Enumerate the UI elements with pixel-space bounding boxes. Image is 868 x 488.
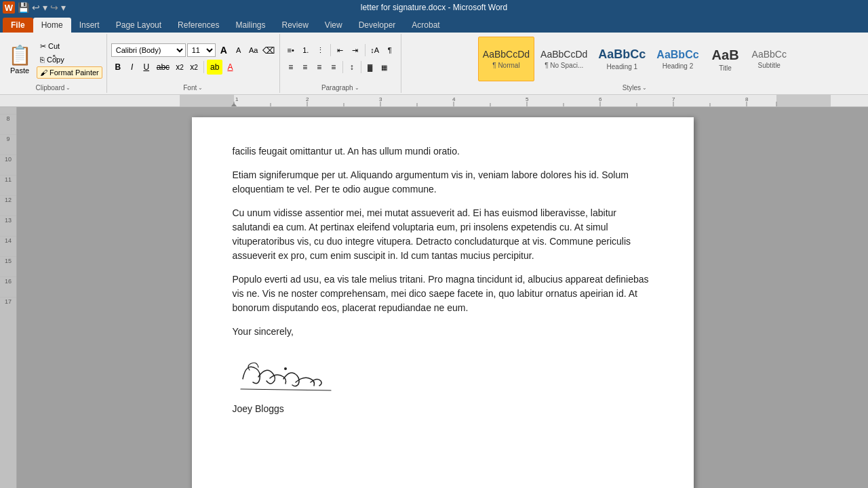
justify-button[interactable]: ≡ (327, 60, 340, 75)
svg-rect-1 (180, 95, 234, 107)
tab-developer[interactable]: Developer (351, 18, 404, 33)
paragraph-controls: ≡• 1. ⋮ ⇤ ⇥ ↕A ¶ ≡ ≡ ≡ ≡ ↕ ▓ ▦ (284, 35, 397, 83)
style-normal-preview: AaBbCcDd (483, 49, 530, 60)
redo-icon[interactable]: ↪ (50, 2, 58, 13)
tab-mailings[interactable]: Mailings (227, 18, 273, 33)
numbering-button[interactable]: 1. (299, 43, 313, 57)
font-color-button[interactable]: A (223, 60, 237, 75)
tab-home[interactable]: Home (33, 18, 71, 33)
change-case-button[interactable]: Aa (247, 43, 260, 57)
paragraph-5[interactable]: Your sincerely, (233, 325, 653, 339)
multilevel-button[interactable]: ⋮ (314, 43, 328, 57)
line-spacing-button[interactable]: ↕ (345, 60, 359, 75)
style-nospace-label: ¶ No Spaci... (545, 62, 583, 69)
ruler: // rendered via inline SVG text below 1 … (0, 95, 868, 107)
shading-button[interactable]: ▓ (363, 60, 377, 75)
style-title[interactable]: AaB Title (705, 37, 746, 81)
svg-point-29 (284, 367, 287, 370)
copy-label: Copy (47, 56, 64, 64)
tab-view[interactable]: View (317, 18, 351, 33)
font-expand-icon[interactable]: ⌄ (198, 85, 203, 91)
tab-file[interactable]: File (3, 18, 33, 33)
tab-review[interactable]: Review (273, 18, 316, 33)
ruler-svg: // rendered via inline SVG text below 1 … (180, 95, 831, 107)
svg-text:6: 6 (599, 96, 602, 102)
sort-button[interactable]: ↕A (368, 43, 382, 57)
cut-label: Cut (48, 42, 60, 50)
sep4 (361, 61, 361, 73)
font-group: Calibri (Body) 11 A A Aa ⌫ B I U abc x2 … (107, 34, 280, 93)
tab-acrobat[interactable]: Acrobat (403, 18, 448, 33)
font-grow-button[interactable]: A (217, 43, 231, 57)
highlight-button[interactable]: ab (207, 60, 222, 75)
svg-text:5: 5 (526, 96, 529, 102)
styles-expand-icon[interactable]: ⌄ (642, 85, 647, 91)
styles-content: AaBbCcDd ¶ Normal AaBbCcDd ¶ No Spaci...… (478, 35, 791, 83)
increase-indent-button[interactable]: ⇥ (349, 43, 362, 57)
signer-name: Joey Bloggs (233, 402, 653, 416)
undo-dropdown-icon[interactable]: ▾ (43, 2, 47, 13)
copy-button[interactable]: ⎘ Copy ↖ (37, 54, 102, 66)
customize-icon[interactable]: ▾ (61, 2, 66, 13)
font-shrink-button[interactable]: A (232, 43, 245, 57)
paragraph-label: Paragraph ⌄ (321, 84, 359, 92)
paste-icon: 📋 (8, 44, 32, 66)
paste-button[interactable]: 📋 Paste (4, 38, 35, 80)
paragraph-1[interactable]: facilis feugait omittantur ut. An has ul… (233, 144, 653, 159)
decrease-indent-button[interactable]: ⇤ (334, 43, 347, 57)
superscript-button[interactable]: x2 (187, 60, 201, 75)
clipboard-expand-icon[interactable]: ⌄ (66, 85, 71, 91)
svg-text:7: 7 (672, 96, 675, 102)
font-top-row: Calibri (Body) 11 A A Aa ⌫ (111, 43, 275, 57)
format-painter-button[interactable]: 🖌 Format Painter (37, 66, 102, 79)
tab-references[interactable]: References (170, 18, 227, 33)
style-subtitle[interactable]: AaBbCc Subtitle (747, 37, 791, 81)
align-left-button[interactable]: ≡ (284, 60, 298, 75)
underline-button[interactable]: U (140, 60, 153, 75)
paragraph-3[interactable]: Cu unum vidisse assentior mei, mei mutat… (233, 206, 653, 263)
tab-insert[interactable]: Insert (71, 18, 108, 33)
paragraph-expand-icon[interactable]: ⌄ (355, 85, 359, 91)
style-heading2[interactable]: AaBbCc Heading 2 (652, 37, 703, 81)
italic-button[interactable]: I (125, 60, 139, 75)
ruler-num-14: 14 (0, 236, 16, 256)
paragraph-top-row: ≡• 1. ⋮ ⇤ ⇥ ↕A ¶ (284, 43, 397, 57)
paragraph-4[interactable]: Populo everti ad usu, ea vis tale melius… (233, 272, 653, 315)
cut-button[interactable]: ✂ Cut (37, 40, 102, 53)
paragraph-2[interactable]: Etiam signiferumque per ut. Aliquando ar… (233, 168, 653, 197)
font-name-selector[interactable]: Calibri (Body) (111, 43, 186, 57)
bold-button[interactable]: B (111, 60, 125, 75)
ruler-num-9: 9 (0, 134, 16, 155)
align-right-button[interactable]: ≡ (313, 60, 326, 75)
align-center-button[interactable]: ≡ (298, 60, 312, 75)
ruler-num-13: 13 (0, 216, 16, 236)
clear-formatting-button[interactable]: ⌫ (262, 43, 275, 57)
style-title-preview: AaB (712, 47, 739, 63)
borders-button[interactable]: ▦ (378, 60, 391, 75)
separator (203, 61, 204, 73)
document[interactable]: facilis feugait omittantur ut. An has ul… (192, 117, 694, 488)
svg-text:1: 1 (235, 96, 239, 102)
ruler-num-10: 10 (0, 155, 16, 175)
ruler-num-11: 11 (0, 175, 16, 195)
svg-line-28 (241, 389, 331, 390)
ruler-num-12: 12 (0, 195, 16, 216)
style-normal-label: ¶ Normal (492, 62, 519, 69)
undo-icon[interactable]: ↩ (32, 2, 40, 13)
font-size-selector[interactable]: 11 (187, 43, 216, 57)
bullets-button[interactable]: ≡• (284, 43, 298, 57)
style-no-space[interactable]: AaBbCcDd ¶ No Spaci... (536, 37, 592, 81)
main-area: 8 9 10 11 12 13 14 15 16 17 facilis feug… (0, 107, 868, 488)
style-normal[interactable]: AaBbCcDd ¶ Normal (478, 37, 534, 81)
svg-text:4: 4 (452, 96, 456, 102)
subscript-button[interactable]: x2 (173, 60, 186, 75)
font-format-row: B I U abc x2 x2 ab A (111, 60, 275, 75)
document-scroll[interactable]: facilis feugait omittantur ut. An has ul… (17, 107, 868, 488)
ribbon-tabs: File Home Insert Page Layout References … (0, 15, 868, 33)
style-heading1[interactable]: AaBbCc Heading 1 (593, 37, 650, 81)
tab-page-layout[interactable]: Page Layout (108, 18, 170, 33)
styles-label: Styles ⌄ (623, 84, 647, 92)
save-icon[interactable]: 💾 (18, 2, 29, 13)
strikethrough-button[interactable]: abc (154, 60, 172, 75)
show-formatting-button[interactable]: ¶ (383, 43, 397, 57)
